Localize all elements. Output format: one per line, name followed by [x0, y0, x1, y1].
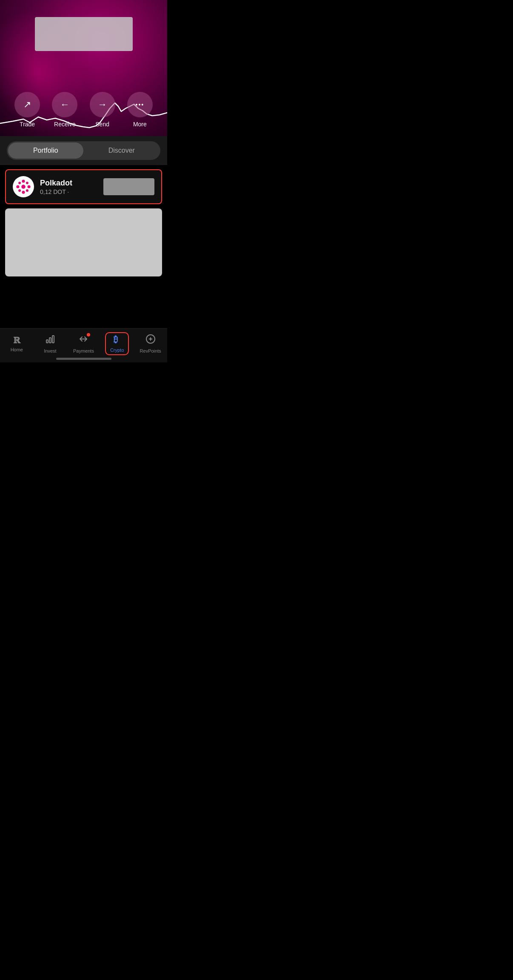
crypto-active-wrapper: ₿ Crypto [105, 332, 129, 355]
tab-discover[interactable]: Discover [84, 142, 160, 159]
svg-point-1 [22, 179, 25, 182]
svg-rect-11 [49, 338, 51, 343]
nav-revpoints-label: RevPoints [140, 348, 161, 353]
home-bar [56, 358, 111, 360]
svg-point-4 [28, 185, 31, 188]
nav-revpoints[interactable]: RevPoints [134, 334, 167, 353]
placeholder-content [5, 208, 162, 276]
trade-action[interactable]: ↗ Trade [14, 92, 40, 128]
invest-icon [45, 334, 55, 347]
polkadot-logo [13, 176, 34, 197]
svg-point-7 [18, 189, 21, 192]
receive-label: Receive [54, 121, 76, 128]
svg-rect-10 [46, 340, 48, 343]
actions-row: ↗ Trade ← Receive → Send ••• M [0, 92, 167, 128]
polkadot-value-redacted [103, 178, 154, 195]
svg-point-3 [16, 185, 19, 188]
svg-rect-12 [52, 336, 54, 343]
polkadot-list-item[interactable]: Polkadot 0,12 DOT · [5, 169, 162, 204]
polkadot-info: Polkadot 0,12 DOT · [40, 179, 97, 195]
svg-text:₿: ₿ [114, 335, 118, 344]
tabs-section: Portfolio Discover [0, 136, 167, 165]
hero-section: ↗ Trade ← Receive → Send ••• M [0, 0, 167, 136]
receive-action[interactable]: ← Receive [52, 92, 77, 128]
more-label: More [133, 121, 147, 128]
send-icon: → [98, 100, 107, 109]
svg-point-9 [21, 185, 26, 189]
nav-crypto-label: Crypto [110, 348, 124, 353]
crypto-icon: ₿ [112, 335, 122, 347]
more-icon: ••• [136, 102, 145, 108]
nav-invest-label: Invest [44, 348, 56, 353]
more-action[interactable]: ••• More [127, 92, 153, 128]
svg-point-5 [18, 182, 21, 184]
send-action[interactable]: → Send [90, 92, 115, 128]
trade-circle: ↗ [14, 92, 40, 117]
send-circle: → [90, 92, 115, 117]
nav-home-label: Home [11, 347, 23, 352]
tab-portfolio[interactable]: Portfolio [8, 142, 83, 159]
polkadot-amount: 0,12 DOT · [40, 188, 97, 195]
svg-point-8 [26, 189, 28, 192]
trade-icon: ↗ [23, 100, 31, 109]
svg-point-2 [22, 191, 25, 194]
tabs-container: Portfolio Discover [7, 141, 160, 160]
nav-invest[interactable]: Invest [34, 334, 67, 353]
nav-crypto[interactable]: ₿ Crypto [100, 332, 134, 355]
home-icon: ℝ [13, 335, 20, 345]
balance-redacted [35, 17, 133, 51]
payments-icon [78, 334, 88, 347]
nav-payments[interactable]: Payments [67, 334, 100, 353]
nav-payments-label: Payments [73, 348, 94, 353]
more-circle: ••• [127, 92, 153, 117]
portfolio-section: Polkadot 0,12 DOT · [0, 169, 167, 276]
send-label: Send [95, 121, 109, 128]
revpoints-icon [145, 334, 156, 347]
app-container: ↗ Trade ← Receive → Send ••• M [0, 0, 167, 362]
bottom-nav: ℝ Home Invest [0, 328, 167, 362]
nav-home[interactable]: ℝ Home [0, 335, 34, 352]
trade-label: Trade [20, 121, 35, 128]
receive-icon: ← [60, 100, 69, 109]
payments-notif-dot [87, 333, 90, 336]
polkadot-name: Polkadot [40, 179, 97, 188]
svg-point-6 [26, 182, 28, 184]
receive-circle: ← [52, 92, 77, 117]
